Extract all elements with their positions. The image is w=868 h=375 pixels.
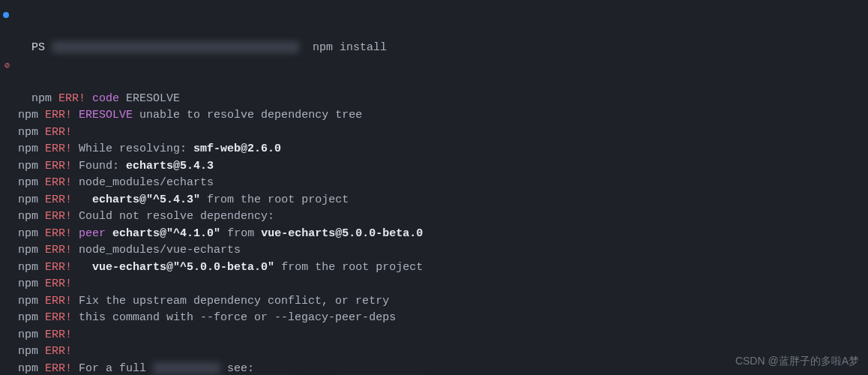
npm-label: npm — [18, 160, 38, 172]
error-line: npm ERR! node_modules/vue-echarts — [0, 242, 868, 260]
code-value: ERESOLVE — [126, 92, 180, 105]
error-line: npm ERR! peer echarts@"^4.1.0" from vue-… — [0, 226, 868, 243]
error-text: from — [220, 227, 261, 240]
npm-label: npm — [18, 345, 38, 358]
npm-label: npm — [18, 362, 38, 375]
error-message: node_modules/echarts — [79, 176, 214, 189]
command-text: npm install — [313, 41, 387, 54]
err-label: ERR! — [45, 210, 72, 223]
error-message: Could not resolve dependency: — [79, 210, 274, 223]
error-line: npm ERR! node_modules/echarts — [0, 175, 868, 192]
err-label: ERR! — [45, 227, 72, 240]
err-label: ERR! — [45, 261, 72, 274]
error-line: npm ERR! Fix the upstream dependency con… — [0, 293, 868, 310]
error-text: For a full — [79, 362, 153, 375]
err-label: ERR! — [45, 345, 72, 358]
error-line: npm ERR! this command with --force or --… — [0, 310, 868, 327]
npm-label: npm — [18, 261, 38, 274]
npm-label: npm — [31, 92, 52, 105]
prompt-ps: PS — [31, 41, 45, 54]
npm-label: npm — [18, 328, 38, 341]
npm-label: npm — [18, 109, 38, 122]
err-label: ERR! — [45, 328, 72, 341]
err-label: ERR! — [45, 311, 72, 324]
npm-label: npm — [18, 126, 38, 139]
err-label: ERR! — [45, 126, 72, 139]
npm-label: npm — [18, 194, 38, 206]
package-name: vue-echarts@5.0.0-beta.0 — [261, 227, 423, 240]
error-line: npm ERR! — [0, 327, 868, 344]
error-message: Fix the upstream dependency conflict, or… — [79, 295, 389, 308]
package-name: echarts@"^5.4.3" — [92, 194, 200, 206]
error-line: npm ERR! — [0, 276, 868, 293]
redacted-text — [153, 362, 220, 374]
err-label: ERR! — [45, 176, 72, 189]
package-name: echarts@"^4.1.0" — [112, 227, 220, 240]
error-message: this command with --force or --legacy-pe… — [79, 311, 396, 324]
error-line: ⊘ npm ERR! code ERESOLVE — [0, 57, 868, 108]
err-label: ERR! — [45, 295, 72, 308]
npm-label: npm — [18, 244, 38, 256]
error-icon: ⊘ — [4, 62, 13, 70]
error-text: from the root project — [200, 194, 349, 206]
package-name: vue-echarts@"^5.0.0-beta.0" — [92, 261, 274, 274]
status-dot-blue — [3, 12, 9, 18]
package-name: smf-web@2.6.0 — [193, 142, 281, 155]
npm-label: npm — [18, 278, 38, 290]
error-text: Found: — [79, 160, 126, 172]
package-name: echarts@5.4.3 — [126, 160, 214, 172]
code-keyword: code — [92, 92, 119, 105]
err-label: ERR! — [45, 142, 72, 155]
watermark: CSDN @蓝胖子的多啦A梦 — [735, 353, 859, 369]
error-message: node_modules/vue-echarts — [79, 244, 241, 256]
error-line: npm ERR! — [0, 124, 868, 142]
npm-label: npm — [18, 210, 38, 223]
error-line: npm ERR! While resolving: smf-web@2.6.0 — [0, 141, 868, 158]
error-text: see: — [227, 362, 254, 375]
indent — [79, 261, 92, 274]
error-text: While resolving: — [79, 142, 193, 155]
npm-label: npm — [18, 311, 38, 324]
err-label: ERR! — [45, 160, 72, 172]
peer-keyword: peer — [79, 227, 106, 240]
err-label: ERR! — [45, 278, 72, 290]
prompt-line: PS npm install — [0, 6, 868, 57]
npm-label: npm — [18, 227, 38, 240]
error-line: npm ERR! vue-echarts@"^5.0.0-beta.0" fro… — [0, 260, 868, 277]
eresolve-label: ERESOLVE — [79, 109, 133, 122]
error-text: from the root project — [274, 261, 423, 274]
error-line: npm ERR! ERESOLVE unable to resolve depe… — [0, 107, 868, 124]
err-label: ERR! — [58, 92, 85, 105]
err-label: ERR! — [45, 194, 72, 206]
error-message: unable to resolve dependency tree — [139, 109, 362, 122]
err-label: ERR! — [45, 109, 72, 122]
npm-label: npm — [18, 176, 38, 189]
redacted-path — [52, 41, 299, 53]
error-line: npm ERR! echarts@"^5.4.3" from the root … — [0, 192, 868, 209]
indent — [79, 194, 92, 206]
npm-label: npm — [18, 142, 38, 155]
error-line: npm ERR! Found: echarts@5.4.3 — [0, 158, 868, 176]
npm-label: npm — [18, 295, 38, 308]
error-line: npm ERR! Could not resolve dependency: — [0, 208, 868, 226]
err-label: ERR! — [45, 244, 72, 256]
err-label: ERR! — [45, 362, 72, 375]
